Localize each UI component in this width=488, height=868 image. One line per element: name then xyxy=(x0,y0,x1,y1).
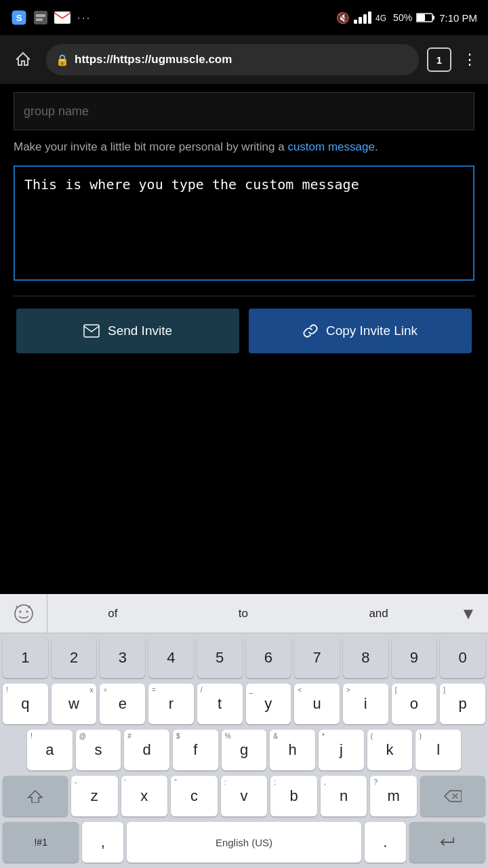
key-c[interactable]: "c xyxy=(171,776,218,816)
battery-icon xyxy=(416,12,435,23)
status-bar: S ··· 🔇 xyxy=(0,0,488,35)
svg-rect-8 xyxy=(368,12,371,24)
page-content: Make your invite a little bit more perso… xyxy=(0,84,488,353)
key-6[interactable]: 6 xyxy=(246,637,291,678)
menu-dots[interactable]: ⋮ xyxy=(460,51,480,68)
data-icon: 4G xyxy=(375,12,389,24)
key-2[interactable]: 2 xyxy=(52,637,97,678)
emoji-button[interactable] xyxy=(0,594,47,633)
key-5[interactable]: 5 xyxy=(197,637,243,678)
bottom-row: !#1 , English (US) . xyxy=(0,818,488,868)
divider xyxy=(14,296,474,296)
key-k[interactable]: (k xyxy=(367,730,413,770)
key-l[interactable]: )l xyxy=(415,730,461,770)
backspace-key[interactable] xyxy=(420,776,485,816)
key-m[interactable]: ?m xyxy=(370,776,417,816)
invite-description: Make your invite a little bit more perso… xyxy=(14,138,474,156)
key-i[interactable]: >i xyxy=(343,684,388,724)
key-s[interactable]: @s xyxy=(76,730,121,770)
key-t[interactable]: /t xyxy=(197,684,243,724)
key-y[interactable]: _y xyxy=(246,684,291,724)
number-row: 1 2 3 4 5 6 7 8 9 0 xyxy=(0,633,488,679)
key-f[interactable]: $f xyxy=(173,730,218,770)
send-invite-label: Send Invite xyxy=(108,323,172,338)
lock-icon: 🔒 xyxy=(56,54,69,66)
key-4[interactable]: 4 xyxy=(148,637,194,678)
svg-rect-5 xyxy=(354,20,357,24)
group-name-input[interactable] xyxy=(14,92,474,130)
comma-key[interactable]: , xyxy=(82,822,123,863)
app-icon-gmail xyxy=(54,9,70,26)
signal-icon xyxy=(354,12,371,24)
invite-text-2: . xyxy=(375,140,378,153)
custom-message-link[interactable]: custom message xyxy=(287,140,375,153)
custom-message-textarea[interactable]: This is where you type the custom messag… xyxy=(14,165,474,281)
key-8[interactable]: 8 xyxy=(343,637,388,678)
svg-rect-2 xyxy=(34,11,47,24)
link-icon xyxy=(303,323,318,338)
send-invite-button[interactable]: Send Invite xyxy=(16,309,239,353)
svg-text:4G: 4G xyxy=(375,14,386,23)
key-9[interactable]: 9 xyxy=(392,637,437,678)
app-icon-1: S xyxy=(11,9,27,26)
svg-rect-6 xyxy=(359,17,362,24)
battery-text: 50% xyxy=(393,12,412,23)
key-u[interactable]: <u xyxy=(294,684,340,724)
svg-rect-3 xyxy=(36,14,45,17)
key-r[interactable]: =r xyxy=(148,684,194,724)
shift-key[interactable] xyxy=(3,776,68,816)
special-chars-key[interactable]: !#1 xyxy=(3,822,79,863)
key-o[interactable]: [o xyxy=(392,684,437,724)
key-j[interactable]: *j xyxy=(319,730,364,770)
key-v[interactable]: :v xyxy=(221,776,268,816)
app-icon-dots: ··· xyxy=(76,9,92,26)
word-suggestions: of to and ▼ xyxy=(0,594,488,633)
home-button[interactable] xyxy=(8,45,38,75)
key-e[interactable]: ÷e xyxy=(100,684,145,724)
space-key[interactable]: English (US) xyxy=(127,822,361,863)
key-d[interactable]: #d xyxy=(124,730,169,770)
key-h[interactable]: &h xyxy=(270,730,315,770)
time: 7:10 PM xyxy=(439,12,477,24)
key-3[interactable]: 3 xyxy=(100,637,145,678)
suggestion-and[interactable]: and xyxy=(358,607,399,620)
svg-rect-11 xyxy=(432,16,434,20)
period-key[interactable]: . xyxy=(365,822,406,863)
svg-point-15 xyxy=(19,610,21,612)
invite-text-1: Make your invite a little bit more perso… xyxy=(14,140,287,153)
key-0[interactable]: 0 xyxy=(440,637,485,678)
app-icon-2 xyxy=(33,9,49,26)
enter-key[interactable] xyxy=(409,822,485,863)
key-n[interactable]: ,n xyxy=(321,776,367,816)
mute-icon: 🔇 xyxy=(336,12,350,24)
expand-suggestions-button[interactable]: ▼ xyxy=(449,594,488,633)
key-w[interactable]: xw xyxy=(52,684,97,724)
qwerty-row: !q xw ÷e =r /t _y <u >i [o ]p xyxy=(0,679,488,726)
action-buttons: Send Invite Copy Invite Link xyxy=(14,309,474,353)
key-z[interactable]: -z xyxy=(71,776,118,816)
svg-rect-4 xyxy=(36,18,43,21)
suggestion-to[interactable]: to xyxy=(228,607,259,620)
key-g[interactable]: %g xyxy=(222,730,267,770)
tab-count[interactable]: 1 xyxy=(427,47,451,72)
key-a[interactable]: !a xyxy=(27,730,73,770)
zxcv-row: -z 'x "c :v ;b ,n ?m xyxy=(0,772,488,818)
key-q[interactable]: !q xyxy=(3,684,48,724)
suggestion-of[interactable]: of xyxy=(97,607,128,620)
keyboard: of to and ▼ 1 2 3 4 5 6 7 8 9 0 !q xw ÷e… xyxy=(0,594,488,868)
url-bar[interactable]: 🔒 https://https://ugmuscle.com xyxy=(46,44,419,75)
key-p[interactable]: ]p xyxy=(440,684,485,724)
svg-rect-7 xyxy=(363,14,367,24)
status-right: 🔇 4G 50% 7:10 PM xyxy=(336,12,477,24)
url-text: https://https://ugmuscle.com xyxy=(75,53,232,66)
envelope-icon xyxy=(83,324,100,338)
key-b[interactable]: ;b xyxy=(270,776,317,816)
key-x[interactable]: 'x xyxy=(121,776,168,816)
svg-rect-12 xyxy=(417,14,425,21)
svg-point-16 xyxy=(26,610,28,612)
suggestion-words: of to and xyxy=(47,607,449,620)
key-1[interactable]: 1 xyxy=(3,637,48,678)
copy-invite-link-button[interactable]: Copy Invite Link xyxy=(249,309,472,353)
key-7[interactable]: 7 xyxy=(294,637,340,678)
copy-invite-label: Copy Invite Link xyxy=(326,323,418,338)
